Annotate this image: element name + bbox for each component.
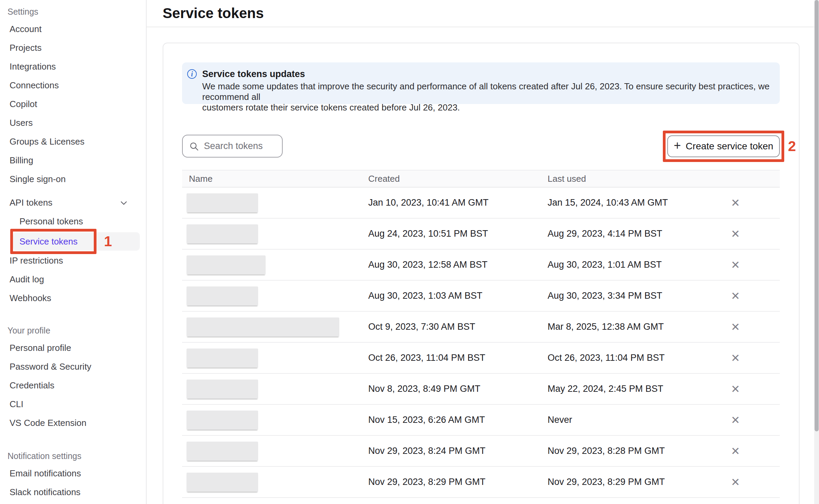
sidebar-item-webhooks[interactable]: Webhooks bbox=[0, 289, 146, 308]
table-row: Nov 15, 2023, 6:26 AM GMT Never ✕ bbox=[182, 405, 780, 436]
created-cell: Aug 30, 2023, 1:03 AM BST bbox=[368, 291, 548, 301]
created-cell: Aug 30, 2023, 12:58 AM BST bbox=[368, 260, 548, 270]
sidebar-item-single-sign-on[interactable]: Single sign-on bbox=[0, 170, 146, 189]
table-row: Nov 29, 2023, 8:29 PM GMT Nov 29, 2023, … bbox=[182, 467, 780, 498]
sidebar-item-personal-profile[interactable]: Personal profile bbox=[0, 339, 146, 357]
created-cell: Aug 24, 2023, 10:51 PM BST bbox=[368, 228, 548, 239]
created-cell: Oct 26, 2023, 11:04 PM BST bbox=[368, 353, 548, 363]
table-row: Aug 30, 2023, 1:03 AM BST Aug 30, 2023, … bbox=[182, 281, 780, 312]
last-used-cell: Nov 29, 2023, 8:28 PM GMT bbox=[548, 446, 722, 456]
delete-token-icon[interactable]: ✕ bbox=[731, 415, 740, 426]
column-header-name: Name bbox=[182, 174, 368, 184]
delete-token-icon[interactable]: ✕ bbox=[731, 353, 740, 364]
annotation-number-1: 1 bbox=[104, 234, 112, 249]
last-used-cell: Aug 29, 2023, 4:14 PM BST bbox=[548, 228, 722, 239]
token-name-redacted bbox=[187, 380, 258, 399]
created-cell: Jan 10, 2023, 10:41 AM GMT bbox=[368, 197, 548, 208]
table-row: Aug 30, 2023, 12:58 AM BST Aug 30, 2023,… bbox=[182, 250, 780, 281]
info-banner-line2: customers rotate their service tokens cr… bbox=[202, 102, 773, 113]
chevron-down-icon bbox=[119, 198, 128, 207]
sidebar-item-password-security[interactable]: Password & Security bbox=[0, 357, 146, 376]
delete-token-icon[interactable]: ✕ bbox=[731, 384, 740, 395]
annotation-number-2: 2 bbox=[788, 139, 796, 153]
delete-token-icon[interactable]: ✕ bbox=[731, 322, 740, 332]
delete-token-icon[interactable]: ✕ bbox=[731, 228, 740, 239]
info-banner-text: Service tokens updates We made some upda… bbox=[202, 68, 773, 104]
scrollbar-thumb[interactable] bbox=[815, 0, 819, 431]
sidebar-item-audit-log[interactable]: Audit log bbox=[0, 270, 146, 289]
page-title: Service tokens bbox=[163, 5, 264, 21]
sidebar-section-notification-settings: Notification settings bbox=[0, 448, 146, 464]
token-name-redacted bbox=[187, 349, 258, 368]
token-name-redacted bbox=[187, 255, 266, 275]
last-used-cell: Aug 30, 2023, 3:34 PM BST bbox=[548, 291, 722, 301]
token-name-redacted bbox=[187, 317, 339, 337]
sidebar-item-api-tokens[interactable]: API tokens bbox=[0, 193, 146, 212]
sidebar-item-cli[interactable]: CLI bbox=[0, 395, 146, 414]
table-row: Nov 29, 2023, 8:24 PM GMT Nov 29, 2023, … bbox=[182, 436, 780, 467]
search-input[interactable] bbox=[203, 140, 277, 152]
create-service-token-label: Create service token bbox=[686, 141, 773, 152]
sidebar-item-email-notifications[interactable]: Email notifications bbox=[0, 464, 146, 483]
created-cell: Nov 15, 2023, 6:26 AM GMT bbox=[368, 415, 548, 425]
sidebar-item-service-tokens[interactable]: Service tokens 1 bbox=[0, 232, 146, 251]
token-name-redacted bbox=[187, 193, 258, 212]
sidebar-item-integrations[interactable]: Integrations bbox=[0, 57, 146, 76]
sidebar-section-settings: Settings bbox=[0, 3, 146, 20]
main-content: Service tokens i Service tokens updates … bbox=[147, 0, 819, 504]
vertical-scrollbar[interactable] bbox=[814, 0, 819, 504]
token-name-redacted bbox=[187, 473, 258, 492]
created-cell: Nov 29, 2023, 8:29 PM GMT bbox=[368, 477, 548, 487]
column-header-last-used: Last used bbox=[548, 174, 722, 184]
sidebar-item-groups-licenses[interactable]: Groups & Licenses bbox=[0, 132, 146, 151]
create-service-token-button[interactable]: + Create service token bbox=[667, 135, 780, 157]
sidebar-section-your-profile: Your profile bbox=[0, 322, 146, 339]
annotation-box-1 bbox=[10, 229, 96, 254]
search-icon bbox=[189, 141, 199, 151]
delete-token-icon[interactable]: ✕ bbox=[731, 197, 740, 208]
token-name-redacted bbox=[187, 442, 258, 461]
sidebar-item-projects[interactable]: Projects bbox=[0, 39, 146, 57]
plus-icon: + bbox=[674, 139, 681, 152]
settings-sidebar: Settings Account Projects Integrations C… bbox=[0, 0, 147, 504]
search-box[interactable] bbox=[182, 135, 283, 158]
sidebar-item-credentials[interactable]: Credentials bbox=[0, 376, 146, 395]
table-row: Aug 24, 2023, 10:51 PM BST Aug 29, 2023,… bbox=[182, 219, 780, 250]
created-cell: Nov 29, 2023, 8:24 PM GMT bbox=[368, 446, 548, 456]
sidebar-item-billing[interactable]: Billing bbox=[0, 151, 146, 170]
last-used-cell: Jan 15, 2024, 10:43 AM GMT bbox=[548, 197, 722, 208]
delete-token-icon[interactable]: ✕ bbox=[731, 446, 740, 457]
sidebar-item-personal-tokens[interactable]: Personal tokens bbox=[0, 212, 146, 231]
token-name-redacted bbox=[187, 224, 258, 243]
last-used-cell: May 22, 2024, 2:45 PM BST bbox=[548, 384, 722, 394]
table-row: Nov 8, 2023, 8:49 PM GMT May 22, 2024, 2… bbox=[182, 374, 780, 405]
create-token-area: + Create service token 2 bbox=[667, 135, 780, 157]
sidebar-item-connections[interactable]: Connections bbox=[0, 76, 146, 95]
token-name-redacted bbox=[187, 286, 258, 306]
sidebar-item-copilot[interactable]: Copilot bbox=[0, 95, 146, 114]
last-used-cell: Never bbox=[548, 415, 722, 425]
sidebar-item-vs-code-extension[interactable]: VS Code Extension bbox=[0, 414, 146, 432]
column-header-created: Created bbox=[368, 174, 548, 184]
info-icon: i bbox=[187, 69, 197, 79]
delete-token-icon[interactable]: ✕ bbox=[731, 260, 740, 270]
token-name-redacted bbox=[187, 411, 258, 430]
title-bar: Service tokens bbox=[147, 0, 819, 27]
table-header-row: Name Created Last used bbox=[182, 170, 780, 188]
created-cell: Nov 8, 2023, 8:49 PM GMT bbox=[368, 384, 548, 394]
sidebar-item-ip-restrictions[interactable]: IP restrictions bbox=[0, 251, 146, 270]
sidebar-item-slack-notifications[interactable]: Slack notifications bbox=[0, 483, 146, 502]
delete-token-icon[interactable]: ✕ bbox=[731, 291, 740, 301]
sidebar-item-users[interactable]: Users bbox=[0, 114, 146, 132]
sidebar-item-account[interactable]: Account bbox=[0, 20, 146, 39]
last-used-cell: Oct 26, 2023, 11:04 PM BST bbox=[548, 353, 722, 363]
info-banner-body: We made some updates that improve the se… bbox=[202, 81, 773, 113]
service-tokens-card: i Service tokens updates We made some up… bbox=[163, 43, 800, 504]
created-cell: Oct 9, 2023, 7:30 AM BST bbox=[368, 322, 548, 332]
info-banner-title: Service tokens updates bbox=[202, 68, 773, 80]
service-tokens-table: Name Created Last used Jan 10, 2023, 10:… bbox=[182, 170, 780, 498]
delete-token-icon[interactable]: ✕ bbox=[731, 477, 740, 488]
info-banner-line1: We made some updates that improve the se… bbox=[202, 81, 773, 102]
last-used-cell: Nov 29, 2023, 8:29 PM GMT bbox=[548, 477, 722, 487]
last-used-cell: Aug 30, 2023, 1:01 AM BST bbox=[548, 260, 722, 270]
